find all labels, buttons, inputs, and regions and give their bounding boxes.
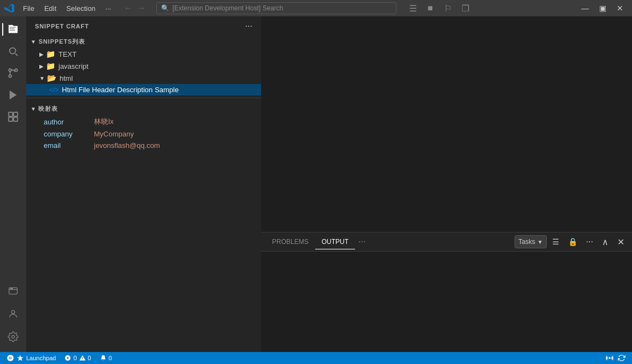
panel-close-icon[interactable]: ✕ bbox=[614, 236, 628, 248]
toggle-panel-icon[interactable]: ■ bbox=[423, 2, 438, 14]
remote-activity-icon[interactable] bbox=[2, 280, 24, 302]
broadcast-icon bbox=[606, 354, 613, 362]
svg-point-5 bbox=[9, 69, 11, 71]
snippets-section-header[interactable]: SNIPPETS列表 bbox=[26, 35, 261, 48]
sync-icon bbox=[618, 354, 625, 362]
tree-item-text[interactable]: 📁 TEXT bbox=[26, 48, 261, 60]
svg-rect-11 bbox=[9, 117, 13, 121]
warning-count: 0 bbox=[88, 355, 91, 361]
svg-rect-12 bbox=[14, 117, 17, 121]
search-placeholder: [Extension Development Host] Search bbox=[173, 4, 283, 12]
panel-more-actions-icon[interactable]: ··· bbox=[583, 236, 596, 248]
sidebar-more-button[interactable]: ··· bbox=[243, 20, 255, 32]
svg-point-23 bbox=[82, 359, 82, 360]
tasks-dropdown-chevron-icon: ▼ bbox=[538, 239, 543, 245]
account-activity-icon[interactable] bbox=[2, 303, 24, 325]
sidebar-header: SNIPPET CRAFT ··· bbox=[26, 16, 261, 35]
svg-rect-10 bbox=[14, 112, 17, 116]
launchpad-label: Launchpad bbox=[26, 355, 56, 361]
toggle-sidebar-icon[interactable]: ☰ bbox=[405, 2, 421, 14]
svg-rect-9 bbox=[9, 112, 13, 116]
mapping-section-label: 映射表 bbox=[38, 105, 57, 113]
text-folder-chevron-icon bbox=[39, 51, 44, 57]
svg-point-7 bbox=[9, 75, 11, 77]
main-layout: SNIPPET CRAFT ··· SNIPPETS列表 📁 TEXT 📁 ja bbox=[0, 16, 632, 352]
javascript-folder-chevron-icon bbox=[39, 63, 44, 69]
snippets-chevron-icon bbox=[31, 39, 37, 45]
tree-item-html[interactable]: 📂 html bbox=[26, 72, 261, 84]
source-control-activity-icon[interactable] bbox=[2, 62, 24, 84]
run-debug-activity-icon[interactable] bbox=[2, 84, 24, 106]
bottom-panel: PROBLEMS OUTPUT ··· Tasks ▼ ☰ 🔒 ··· ∧ ✕ bbox=[261, 232, 632, 352]
mapping-section: 映射表 author 林晓Ix company MyCompany email … bbox=[26, 100, 261, 153]
mapping-key-author: author bbox=[44, 118, 87, 126]
tab-problems[interactable]: PROBLEMS bbox=[265, 235, 315, 249]
status-sync-icon[interactable] bbox=[616, 354, 628, 362]
status-bell[interactable]: 0 bbox=[98, 352, 114, 364]
svg-marker-8 bbox=[10, 91, 17, 100]
js-folder-icon: 📁 bbox=[46, 62, 55, 70]
panel-more-button[interactable]: ··· bbox=[355, 237, 369, 247]
menu-bar: File Edit Selection ··· bbox=[19, 3, 116, 14]
clear-output-icon[interactable]: ☰ bbox=[549, 236, 563, 247]
html-folder-chevron-icon bbox=[39, 75, 45, 81]
panel-content bbox=[261, 252, 632, 352]
bell-count: 0 bbox=[109, 355, 112, 361]
panel-tabs: PROBLEMS OUTPUT ··· Tasks ▼ ☰ 🔒 ··· ∧ ✕ bbox=[261, 232, 632, 252]
sidebar: SNIPPET CRAFT ··· SNIPPETS列表 📁 TEXT 📁 ja bbox=[26, 16, 261, 352]
svg-point-3 bbox=[10, 48, 16, 54]
status-broadcast-icon[interactable] bbox=[604, 354, 616, 362]
panel-collapse-icon[interactable]: ∧ bbox=[599, 236, 612, 248]
menu-edit[interactable]: Edit bbox=[40, 3, 61, 14]
search-icon: 🔍 bbox=[161, 4, 169, 12]
explorer-activity-icon[interactable] bbox=[2, 19, 24, 40]
mapping-value-company: MyCompany bbox=[94, 130, 134, 138]
search-activity-icon[interactable] bbox=[2, 40, 24, 62]
nav-forward-icon[interactable]: → bbox=[135, 3, 147, 13]
tree-item-javascript-label: javascript bbox=[58, 62, 88, 70]
nav-back-icon[interactable]: ← bbox=[122, 3, 134, 13]
menu-more[interactable]: ··· bbox=[101, 3, 116, 14]
maximize-button[interactable]: ▣ bbox=[595, 2, 610, 14]
settings-activity-icon[interactable] bbox=[2, 326, 24, 348]
status-launchpad[interactable]: Launchpad bbox=[4, 352, 58, 364]
tree-item-html-header[interactable]: </> Html File Header Description Sample bbox=[26, 84, 261, 96]
tasks-dropdown[interactable]: Tasks ▼ bbox=[515, 235, 547, 248]
status-errors[interactable]: 0 0 bbox=[62, 352, 93, 364]
mapping-row-company: company MyCompany bbox=[26, 128, 261, 140]
editor-area bbox=[261, 16, 632, 232]
error-count: 0 bbox=[73, 355, 76, 361]
nav-arrows: ← → bbox=[122, 3, 147, 13]
tree-item-html-label: html bbox=[60, 74, 73, 82]
lock-output-icon[interactable]: 🔒 bbox=[565, 236, 581, 247]
titlebar: File Edit Selection ··· ← → 🔍 [Extension… bbox=[0, 0, 632, 16]
right-area: PROBLEMS OUTPUT ··· Tasks ▼ ☰ 🔒 ··· ∧ ✕ bbox=[261, 16, 632, 352]
layout-buttons: ☰ ■ ⚐ ❐ bbox=[405, 2, 473, 14]
remote-status-icon bbox=[7, 354, 14, 362]
panel-actions: Tasks ▼ ☰ 🔒 ··· ∧ ✕ bbox=[515, 235, 628, 248]
launchpad-icon bbox=[16, 354, 24, 362]
mapping-section-header[interactable]: 映射表 bbox=[26, 103, 261, 115]
layout-icon[interactable]: ❐ bbox=[458, 2, 473, 14]
activity-bottom bbox=[2, 280, 24, 352]
minimize-button[interactable]: — bbox=[577, 2, 593, 14]
html-folder-icon: 📂 bbox=[47, 74, 56, 82]
status-bar: Launchpad 0 0 0 bbox=[0, 352, 632, 364]
tree-item-javascript[interactable]: 📁 javascript bbox=[26, 60, 261, 72]
menu-selection[interactable]: Selection bbox=[62, 3, 99, 14]
window-controls: — ▣ ✕ bbox=[577, 2, 628, 14]
error-status-icon bbox=[64, 355, 71, 361]
tab-output[interactable]: OUTPUT bbox=[315, 235, 355, 249]
mapping-row-author: author 林晓Ix bbox=[26, 115, 261, 128]
svg-point-16 bbox=[12, 288, 13, 289]
menu-file[interactable]: File bbox=[19, 3, 39, 14]
mapping-key-email: email bbox=[44, 141, 87, 150]
extensions-activity-icon[interactable] bbox=[2, 106, 24, 128]
close-button[interactable]: ✕ bbox=[612, 2, 628, 14]
snippets-section-label: SNIPPETS列表 bbox=[39, 38, 85, 46]
account-icon bbox=[8, 308, 19, 319]
toggle-secondary-sidebar-icon[interactable]: ⚐ bbox=[440, 2, 456, 14]
search-bar[interactable]: 🔍 [Extension Development Host] Search bbox=[156, 2, 397, 14]
gear-icon bbox=[8, 331, 19, 342]
sidebar-title: SNIPPET CRAFT bbox=[35, 23, 89, 29]
